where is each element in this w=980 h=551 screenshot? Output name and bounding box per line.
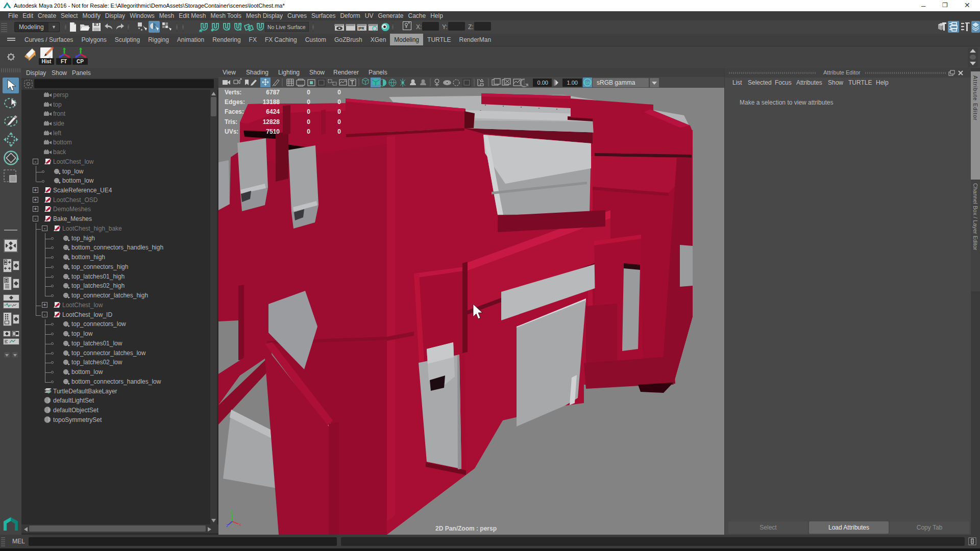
svg-text:IPR: IPR [358,27,364,30]
svg-text:y: y [230,508,233,513]
svg-text:z: z [226,523,229,528]
svg-text:sRGB gamma: sRGB gamma [597,79,635,86]
svg-text:0.00: 0.00 [537,80,548,86]
svg-text:1.00: 1.00 [567,80,578,86]
svg-text:x: x [239,522,241,527]
svg-text:2D Pan/Zoom : persp: 2D Pan/Zoom : persp [435,525,497,532]
svg-text:GN: GN [584,81,591,85]
